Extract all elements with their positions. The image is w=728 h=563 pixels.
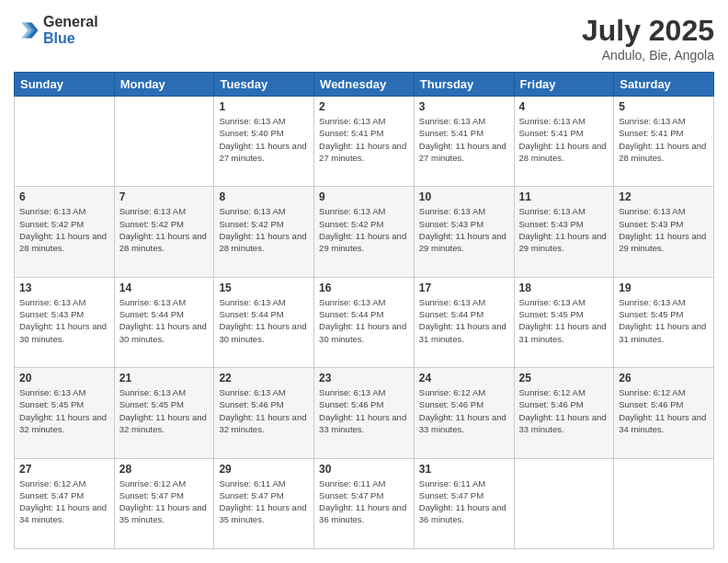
calendar-cell: 26Sunrise: 6:12 AMSunset: 5:46 PMDayligh… bbox=[614, 368, 714, 458]
day-number: 1 bbox=[219, 100, 309, 113]
calendar-cell: 15Sunrise: 6:13 AMSunset: 5:44 PMDayligh… bbox=[214, 277, 314, 367]
calendar-cell: 24Sunrise: 6:12 AMSunset: 5:46 PMDayligh… bbox=[414, 368, 514, 458]
day-info: Sunrise: 6:13 AMSunset: 5:42 PMDaylight:… bbox=[19, 205, 109, 254]
day-number: 16 bbox=[319, 282, 409, 294]
day-info: Sunrise: 6:13 AMSunset: 5:41 PMDaylight:… bbox=[319, 115, 409, 164]
day-info: Sunrise: 6:12 AMSunset: 5:46 PMDaylight:… bbox=[619, 386, 709, 435]
day-info: Sunrise: 6:13 AMSunset: 5:43 PMDaylight:… bbox=[619, 205, 709, 254]
calendar-cell: 18Sunrise: 6:13 AMSunset: 5:45 PMDayligh… bbox=[514, 277, 614, 367]
day-number: 23 bbox=[319, 372, 409, 385]
col-thursday: Thursday bbox=[414, 73, 514, 97]
day-number: 26 bbox=[619, 372, 709, 385]
header: General Blue July 2025 Andulo, Bie, Ango… bbox=[14, 14, 714, 63]
calendar-week-row: 20Sunrise: 6:13 AMSunset: 5:45 PMDayligh… bbox=[15, 368, 714, 458]
logo: General Blue bbox=[14, 14, 98, 46]
main-title: July 2025 bbox=[582, 14, 714, 48]
day-info: Sunrise: 6:11 AMSunset: 5:47 PMDaylight:… bbox=[419, 477, 509, 526]
day-number: 18 bbox=[519, 282, 609, 294]
calendar-cell: 2Sunrise: 6:13 AMSunset: 5:41 PMDaylight… bbox=[314, 97, 415, 187]
day-info: Sunrise: 6:13 AMSunset: 5:40 PMDaylight:… bbox=[219, 115, 309, 164]
day-info: Sunrise: 6:13 AMSunset: 5:41 PMDaylight:… bbox=[419, 115, 509, 164]
day-info: Sunrise: 6:13 AMSunset: 5:43 PMDaylight:… bbox=[519, 205, 609, 254]
calendar-cell bbox=[514, 458, 614, 548]
day-number: 2 bbox=[319, 100, 409, 113]
logo-icon bbox=[14, 17, 40, 43]
calendar-cell: 16Sunrise: 6:13 AMSunset: 5:44 PMDayligh… bbox=[314, 277, 415, 367]
calendar-cell: 6Sunrise: 6:13 AMSunset: 5:42 PMDaylight… bbox=[15, 187, 115, 277]
day-number: 9 bbox=[319, 190, 409, 203]
calendar-cell bbox=[15, 97, 115, 187]
day-number: 29 bbox=[219, 463, 309, 476]
day-number: 4 bbox=[519, 100, 609, 113]
calendar-cell: 19Sunrise: 6:13 AMSunset: 5:45 PMDayligh… bbox=[614, 277, 714, 367]
day-number: 11 bbox=[519, 190, 609, 203]
day-number: 6 bbox=[19, 190, 109, 203]
day-number: 8 bbox=[219, 190, 309, 203]
calendar-cell bbox=[114, 97, 214, 187]
calendar-cell: 3Sunrise: 6:13 AMSunset: 5:41 PMDaylight… bbox=[414, 97, 514, 187]
day-info: Sunrise: 6:13 AMSunset: 5:46 PMDaylight:… bbox=[319, 386, 409, 435]
calendar-cell: 7Sunrise: 6:13 AMSunset: 5:42 PMDaylight… bbox=[114, 187, 214, 277]
day-number: 21 bbox=[119, 372, 210, 385]
calendar-cell: 11Sunrise: 6:13 AMSunset: 5:43 PMDayligh… bbox=[514, 187, 614, 277]
col-wednesday: Wednesday bbox=[314, 73, 415, 97]
day-info: Sunrise: 6:12 AMSunset: 5:47 PMDaylight:… bbox=[19, 477, 109, 526]
day-info: Sunrise: 6:13 AMSunset: 5:45 PMDaylight:… bbox=[519, 296, 609, 345]
day-number: 25 bbox=[519, 372, 609, 385]
calendar-week-row: 1Sunrise: 6:13 AMSunset: 5:40 PMDaylight… bbox=[15, 97, 714, 187]
calendar-cell: 17Sunrise: 6:13 AMSunset: 5:44 PMDayligh… bbox=[414, 277, 514, 367]
day-info: Sunrise: 6:11 AMSunset: 5:47 PMDaylight:… bbox=[319, 477, 409, 526]
day-info: Sunrise: 6:13 AMSunset: 5:45 PMDaylight:… bbox=[119, 386, 210, 435]
calendar-cell: 13Sunrise: 6:13 AMSunset: 5:43 PMDayligh… bbox=[15, 277, 115, 367]
col-tuesday: Tuesday bbox=[214, 73, 314, 97]
day-info: Sunrise: 6:13 AMSunset: 5:41 PMDaylight:… bbox=[619, 115, 709, 164]
day-info: Sunrise: 6:13 AMSunset: 5:44 PMDaylight:… bbox=[319, 296, 409, 345]
calendar-cell: 28Sunrise: 6:12 AMSunset: 5:47 PMDayligh… bbox=[114, 458, 214, 548]
day-info: Sunrise: 6:13 AMSunset: 5:42 PMDaylight:… bbox=[319, 205, 409, 254]
col-monday: Monday bbox=[114, 73, 214, 97]
calendar-cell: 30Sunrise: 6:11 AMSunset: 5:47 PMDayligh… bbox=[314, 458, 415, 548]
calendar-week-row: 13Sunrise: 6:13 AMSunset: 5:43 PMDayligh… bbox=[15, 277, 714, 367]
calendar-cell: 22Sunrise: 6:13 AMSunset: 5:46 PMDayligh… bbox=[214, 368, 314, 458]
day-info: Sunrise: 6:13 AMSunset: 5:43 PMDaylight:… bbox=[419, 205, 509, 254]
day-number: 14 bbox=[119, 282, 210, 294]
calendar-cell: 27Sunrise: 6:12 AMSunset: 5:47 PMDayligh… bbox=[15, 458, 115, 548]
day-number: 5 bbox=[619, 100, 709, 113]
day-info: Sunrise: 6:13 AMSunset: 5:42 PMDaylight:… bbox=[219, 205, 309, 254]
calendar-week-row: 6Sunrise: 6:13 AMSunset: 5:42 PMDaylight… bbox=[15, 187, 714, 277]
day-info: Sunrise: 6:13 AMSunset: 5:41 PMDaylight:… bbox=[519, 115, 609, 164]
calendar-cell: 4Sunrise: 6:13 AMSunset: 5:41 PMDaylight… bbox=[514, 97, 614, 187]
day-info: Sunrise: 6:13 AMSunset: 5:44 PMDaylight:… bbox=[119, 296, 210, 345]
day-info: Sunrise: 6:11 AMSunset: 5:47 PMDaylight:… bbox=[219, 477, 309, 526]
day-number: 22 bbox=[219, 372, 309, 385]
calendar-table: Sunday Monday Tuesday Wednesday Thursday… bbox=[14, 72, 714, 549]
calendar-cell: 8Sunrise: 6:13 AMSunset: 5:42 PMDaylight… bbox=[214, 187, 314, 277]
calendar-cell: 23Sunrise: 6:13 AMSunset: 5:46 PMDayligh… bbox=[314, 368, 415, 458]
day-number: 30 bbox=[319, 463, 409, 476]
subtitle: Andulo, Bie, Angola bbox=[582, 48, 714, 63]
day-number: 20 bbox=[19, 372, 109, 385]
calendar-cell: 1Sunrise: 6:13 AMSunset: 5:40 PMDaylight… bbox=[214, 97, 314, 187]
col-saturday: Saturday bbox=[614, 73, 714, 97]
logo-blue-text: Blue bbox=[43, 30, 98, 47]
day-number: 15 bbox=[219, 282, 309, 294]
day-info: Sunrise: 6:13 AMSunset: 5:44 PMDaylight:… bbox=[219, 296, 309, 345]
day-number: 13 bbox=[19, 282, 109, 294]
day-number: 12 bbox=[619, 190, 709, 203]
day-number: 27 bbox=[19, 463, 109, 476]
calendar-cell: 12Sunrise: 6:13 AMSunset: 5:43 PMDayligh… bbox=[614, 187, 714, 277]
logo-text: General Blue bbox=[43, 14, 98, 46]
day-info: Sunrise: 6:13 AMSunset: 5:43 PMDaylight:… bbox=[19, 296, 109, 345]
day-info: Sunrise: 6:13 AMSunset: 5:45 PMDaylight:… bbox=[619, 296, 709, 345]
day-info: Sunrise: 6:12 AMSunset: 5:46 PMDaylight:… bbox=[419, 386, 509, 435]
day-number: 7 bbox=[119, 190, 210, 203]
logo-general-text: General bbox=[43, 14, 98, 30]
day-number: 19 bbox=[619, 282, 709, 294]
calendar-cell: 25Sunrise: 6:12 AMSunset: 5:46 PMDayligh… bbox=[514, 368, 614, 458]
day-number: 10 bbox=[419, 190, 509, 203]
day-number: 24 bbox=[419, 372, 509, 385]
calendar-cell: 21Sunrise: 6:13 AMSunset: 5:45 PMDayligh… bbox=[114, 368, 214, 458]
calendar-cell: 20Sunrise: 6:13 AMSunset: 5:45 PMDayligh… bbox=[15, 368, 115, 458]
calendar-cell: 29Sunrise: 6:11 AMSunset: 5:47 PMDayligh… bbox=[214, 458, 314, 548]
calendar-cell: 5Sunrise: 6:13 AMSunset: 5:41 PMDaylight… bbox=[614, 97, 714, 187]
